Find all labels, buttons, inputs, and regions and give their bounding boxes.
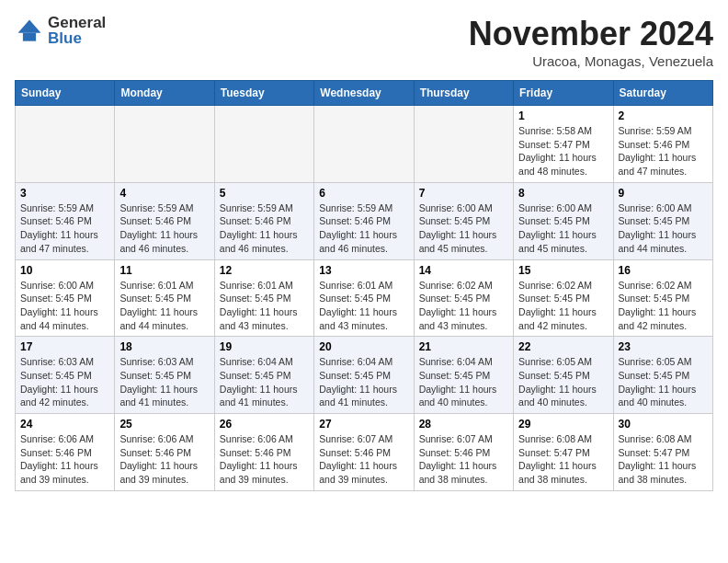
calendar-cell: 23Sunrise: 6:05 AM Sunset: 5:45 PM Dayli…: [613, 337, 712, 414]
day-info: Sunrise: 5:59 AM Sunset: 5:46 PM Dayligh…: [119, 201, 209, 256]
day-info: Sunrise: 6:03 AM Sunset: 5:45 PM Dayligh…: [119, 355, 209, 409]
title-area: November 2024 Uracoa, Monagas, Venezuela: [469, 15, 713, 69]
day-number: 27: [319, 418, 408, 431]
calendar-cell: 28Sunrise: 6:07 AM Sunset: 5:46 PM Dayli…: [414, 414, 513, 491]
day-info: Sunrise: 6:06 AM Sunset: 5:46 PM Dayligh…: [20, 432, 109, 487]
day-info: Sunrise: 6:04 AM Sunset: 5:45 PM Dayligh…: [319, 355, 408, 409]
day-info: Sunrise: 5:58 AM Sunset: 5:47 PM Dayligh…: [518, 124, 608, 178]
day-number: 13: [319, 264, 408, 277]
day-number: 10: [20, 264, 109, 277]
calendar-cell: 19Sunrise: 6:04 AM Sunset: 5:45 PM Dayli…: [214, 337, 313, 414]
day-info: Sunrise: 5:59 AM Sunset: 5:46 PM Dayligh…: [619, 124, 708, 178]
day-number: 4: [119, 187, 209, 200]
header: General Blue November 2024 Uracoa, Monag…: [15, 15, 713, 69]
day-info: Sunrise: 5:59 AM Sunset: 5:46 PM Dayligh…: [319, 201, 408, 256]
day-info: Sunrise: 6:06 AM Sunset: 5:46 PM Dayligh…: [220, 432, 309, 487]
day-info: Sunrise: 6:02 AM Sunset: 5:45 PM Dayligh…: [518, 279, 608, 333]
calendar-cell: 18Sunrise: 6:03 AM Sunset: 5:45 PM Dayli…: [115, 337, 214, 414]
day-info: Sunrise: 6:07 AM Sunset: 5:46 PM Dayligh…: [319, 432, 408, 487]
day-info: Sunrise: 6:00 AM Sunset: 5:45 PM Dayligh…: [20, 279, 109, 333]
location-subtitle: Uracoa, Monagas, Venezuela: [469, 53, 713, 69]
svg-marker-0: [18, 19, 41, 32]
day-number: 12: [220, 264, 309, 277]
calendar-cell: [314, 106, 414, 183]
day-info: Sunrise: 6:04 AM Sunset: 5:45 PM Dayligh…: [419, 355, 508, 409]
day-number: 29: [518, 418, 608, 431]
day-info: Sunrise: 6:04 AM Sunset: 5:45 PM Dayligh…: [220, 355, 309, 409]
day-number: 30: [619, 418, 708, 431]
day-number: 24: [20, 418, 109, 431]
day-info: Sunrise: 6:06 AM Sunset: 5:46 PM Dayligh…: [119, 432, 209, 487]
day-number: 22: [518, 340, 608, 353]
calendar-cell: 4Sunrise: 5:59 AM Sunset: 5:46 PM Daylig…: [115, 182, 214, 259]
day-info: Sunrise: 6:07 AM Sunset: 5:46 PM Dayligh…: [419, 432, 508, 487]
calendar-cell: 12Sunrise: 6:01 AM Sunset: 5:45 PM Dayli…: [214, 259, 313, 337]
calendar-week-1: 1Sunrise: 5:58 AM Sunset: 5:47 PM Daylig…: [16, 106, 713, 183]
day-info: Sunrise: 6:08 AM Sunset: 5:47 PM Dayligh…: [518, 432, 608, 487]
day-info: Sunrise: 6:00 AM Sunset: 5:45 PM Dayligh…: [419, 201, 508, 256]
calendar-cell: 5Sunrise: 5:59 AM Sunset: 5:46 PM Daylig…: [214, 182, 313, 259]
day-number: 25: [119, 418, 209, 431]
calendar-cell: 15Sunrise: 6:02 AM Sunset: 5:45 PM Dayli…: [514, 259, 613, 337]
logo-icon: [15, 17, 44, 46]
day-number: 23: [619, 340, 708, 353]
day-number: 14: [419, 264, 508, 277]
day-number: 28: [419, 418, 508, 431]
calendar-cell: 29Sunrise: 6:08 AM Sunset: 5:47 PM Dayli…: [514, 414, 613, 491]
day-number: 19: [220, 340, 309, 353]
calendar-body: 1Sunrise: 5:58 AM Sunset: 5:47 PM Daylig…: [16, 106, 713, 491]
calendar-header-row: SundayMondayTuesdayWednesdayThursdayFrid…: [16, 81, 713, 106]
weekday-header-wednesday: Wednesday: [314, 81, 414, 106]
day-number: 21: [419, 340, 508, 353]
day-info: Sunrise: 5:59 AM Sunset: 5:46 PM Dayligh…: [20, 201, 109, 256]
calendar-cell: 9Sunrise: 6:00 AM Sunset: 5:45 PM Daylig…: [613, 182, 712, 259]
calendar-table: SundayMondayTuesdayWednesdayThursdayFrid…: [15, 80, 713, 491]
day-info: Sunrise: 6:03 AM Sunset: 5:45 PM Dayligh…: [20, 355, 109, 409]
calendar-cell: 10Sunrise: 6:00 AM Sunset: 5:45 PM Dayli…: [16, 259, 115, 337]
day-number: 16: [619, 264, 708, 277]
calendar-cell: 16Sunrise: 6:02 AM Sunset: 5:45 PM Dayli…: [613, 259, 712, 337]
calendar-cell: 3Sunrise: 5:59 AM Sunset: 5:46 PM Daylig…: [16, 182, 115, 259]
weekday-header-thursday: Thursday: [414, 81, 513, 106]
day-number: 26: [220, 418, 309, 431]
calendar-cell: 14Sunrise: 6:02 AM Sunset: 5:45 PM Dayli…: [414, 259, 513, 337]
calendar-cell: 27Sunrise: 6:07 AM Sunset: 5:46 PM Dayli…: [314, 414, 414, 491]
calendar-cell: 17Sunrise: 6:03 AM Sunset: 5:45 PM Dayli…: [16, 337, 115, 414]
day-number: 20: [319, 340, 408, 353]
weekday-header-sunday: Sunday: [16, 81, 115, 106]
calendar-cell: 1Sunrise: 5:58 AM Sunset: 5:47 PM Daylig…: [514, 106, 613, 183]
day-number: 15: [518, 264, 608, 277]
calendar-cell: [214, 106, 313, 183]
day-info: Sunrise: 6:02 AM Sunset: 5:45 PM Dayligh…: [619, 279, 708, 333]
day-info: Sunrise: 6:01 AM Sunset: 5:45 PM Dayligh…: [319, 279, 408, 333]
day-info: Sunrise: 6:01 AM Sunset: 5:45 PM Dayligh…: [119, 279, 209, 333]
calendar-cell: 8Sunrise: 6:00 AM Sunset: 5:45 PM Daylig…: [514, 182, 613, 259]
day-number: 8: [518, 187, 608, 200]
calendar-cell: 11Sunrise: 6:01 AM Sunset: 5:45 PM Dayli…: [115, 259, 214, 337]
day-number: 9: [619, 187, 708, 200]
day-info: Sunrise: 6:08 AM Sunset: 5:47 PM Dayligh…: [619, 432, 708, 487]
day-number: 2: [619, 109, 708, 122]
logo-blue: Blue: [48, 30, 106, 48]
calendar-cell: 25Sunrise: 6:06 AM Sunset: 5:46 PM Dayli…: [115, 414, 214, 491]
day-info: Sunrise: 6:05 AM Sunset: 5:45 PM Dayligh…: [518, 355, 608, 409]
calendar-week-3: 10Sunrise: 6:00 AM Sunset: 5:45 PM Dayli…: [16, 259, 713, 337]
day-info: Sunrise: 6:00 AM Sunset: 5:45 PM Dayligh…: [619, 201, 708, 256]
day-info: Sunrise: 6:02 AM Sunset: 5:45 PM Dayligh…: [419, 279, 508, 333]
calendar-cell: [16, 106, 115, 183]
calendar-cell: [414, 106, 513, 183]
calendar-cell: [115, 106, 214, 183]
day-info: Sunrise: 6:05 AM Sunset: 5:45 PM Dayligh…: [619, 355, 708, 409]
day-number: 11: [119, 264, 209, 277]
day-info: Sunrise: 6:01 AM Sunset: 5:45 PM Dayligh…: [220, 279, 309, 333]
calendar-week-4: 17Sunrise: 6:03 AM Sunset: 5:45 PM Dayli…: [16, 337, 713, 414]
month-title: November 2024: [469, 15, 713, 53]
calendar-cell: 24Sunrise: 6:06 AM Sunset: 5:46 PM Dayli…: [16, 414, 115, 491]
calendar-cell: 20Sunrise: 6:04 AM Sunset: 5:45 PM Dayli…: [314, 337, 414, 414]
weekday-header-friday: Friday: [514, 81, 613, 106]
calendar-week-2: 3Sunrise: 5:59 AM Sunset: 5:46 PM Daylig…: [16, 182, 713, 259]
svg-rect-1: [23, 32, 36, 40]
weekday-header-saturday: Saturday: [613, 81, 712, 106]
day-number: 7: [419, 187, 508, 200]
day-info: Sunrise: 5:59 AM Sunset: 5:46 PM Dayligh…: [220, 201, 309, 256]
